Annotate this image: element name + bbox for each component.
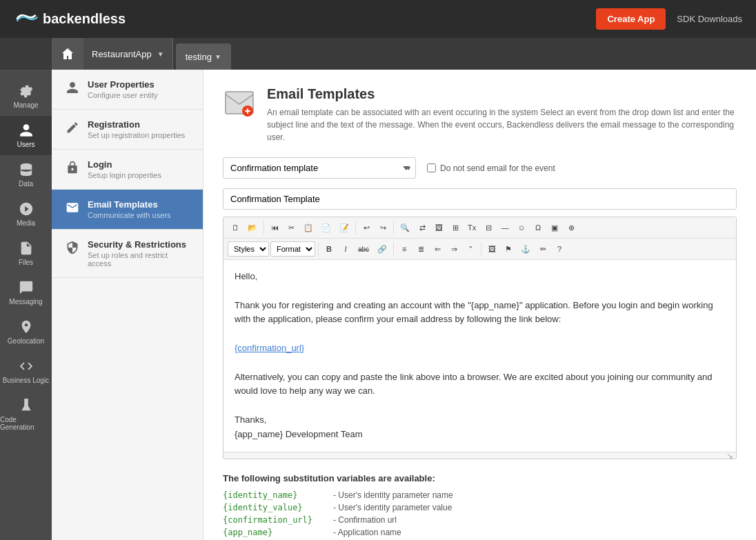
toolbar-redo-btn[interactable]: ↪ [375, 220, 390, 235]
toolbar-indent-btn[interactable]: ⇒ [446, 241, 461, 257]
sidebar-item-registration-title: Registration [88, 119, 185, 130]
toolbar-link-btn[interactable]: 🔗 [374, 241, 390, 257]
home-icon [61, 47, 74, 61]
toolbar-styles-select[interactable]: Styles [228, 241, 269, 257]
toolbar-flag-btn[interactable]: ⚑ [501, 241, 516, 257]
topbar-left: backendless [14, 10, 126, 29]
toolbar-image-btn[interactable]: 🖼 [431, 220, 446, 235]
app-selector[interactable]: RestaurantApp ▼ [83, 38, 173, 70]
toolbar-anchor-btn[interactable]: ⚓ [517, 241, 534, 257]
substitution-section: The following substitution variables are… [223, 473, 737, 537]
page-title: Email Templates [267, 86, 736, 102]
toolbar-replace-btn[interactable]: ⇄ [415, 220, 430, 235]
editor-line-thankyou: Thank you for registering and creating a… [235, 299, 725, 328]
toolbar-paste-word-btn[interactable]: 📝 [336, 220, 352, 235]
sidebar-item-login[interactable]: Login Setup login properties [52, 150, 203, 190]
create-app-button[interactable]: Create App [596, 8, 666, 30]
toolbar-table-btn[interactable]: ⊟ [481, 220, 496, 235]
subst-desc-identity-name: - User's identity parameter name [333, 490, 453, 500]
app-name: RestaurantApp [92, 49, 152, 59]
no-send-label[interactable]: Do not send email for the event [427, 163, 555, 173]
editor-line-thanks: Thanks, [235, 413, 725, 428]
sidebar-item-security-sub: Set up roles and restrict access [88, 251, 192, 268]
sidebar-item-registration-sub: Set up registration properties [88, 131, 185, 139]
toolbar-open-btn[interactable]: 📂 [244, 220, 261, 235]
editor-line-team: {app_name} Development Team [235, 428, 725, 442]
toolbar-strikethrough-btn[interactable]: abc [355, 241, 372, 257]
subst-desc-app-name: - Application name [333, 528, 401, 537]
toolbar-hr-btn[interactable]: — [497, 220, 513, 235]
subst-desc-identity-value: - User's identity parameter value [333, 503, 452, 512]
editor-conf-url[interactable]: {confirmation_url} [235, 341, 725, 356]
toolbar-smiley-btn[interactable]: ☺ [514, 220, 529, 235]
toolbar-paste-btn[interactable]: 📄 [318, 220, 335, 235]
nav-item-code-generation[interactable]: Code Generation [0, 391, 52, 438]
toolbar-format-select[interactable]: Format [270, 241, 315, 257]
toolbar-special-char-btn[interactable]: Ω [530, 220, 546, 235]
nav-label-media: Media [17, 219, 35, 227]
nav-item-geolocation[interactable]: Geolocation [0, 312, 52, 352]
nav-item-media[interactable]: Media [0, 194, 52, 234]
subst-var-app-name: {app_name} [223, 528, 333, 537]
nav-item-manage[interactable]: Manage [0, 77, 52, 116]
sidebar-item-email-templates-sub: Communicate with users [88, 211, 170, 219]
sidebar-item-user-properties-text: User Properties Configure user entity [88, 79, 158, 99]
sidebar-item-security-text: Security & Restrictions Set up roles and… [88, 239, 192, 268]
toolbar-img2-btn[interactable]: 🖼 [484, 241, 499, 257]
template-select-wrapper: Confirmation template Password Recovery … [223, 157, 416, 179]
env-selector[interactable]: testing ▼ [176, 43, 231, 70]
nav-item-users[interactable]: Users [0, 116, 52, 155]
toolbar-frame-btn[interactable]: ▣ [547, 220, 562, 235]
nav-item-business-logic[interactable]: Business Logic [0, 352, 52, 391]
toolbar-sep2 [355, 221, 356, 234]
email-templates-header-icon [223, 86, 256, 119]
sidebar-item-email-templates[interactable]: Email Templates Communicate with users [52, 190, 203, 230]
sidebar-item-security-restrictions[interactable]: Security & Restrictions Set up roles and… [52, 230, 203, 278]
home-button[interactable] [52, 38, 83, 70]
nav-label-users: Users [17, 141, 34, 148]
editor-resize-handle[interactable]: ↘ [223, 452, 736, 459]
user-properties-icon [66, 81, 79, 94]
toolbar-undo-btn[interactable]: ↩ [359, 220, 374, 235]
subst-var-identity-value: {identity_value} [223, 503, 333, 512]
toolbar-italic-btn[interactable]: I [338, 241, 353, 257]
toolbar-ul-btn[interactable]: ≣ [413, 241, 428, 257]
topbar: backendless Create App SDK Downloads [0, 0, 756, 38]
toolbar-edit-btn[interactable]: ✏ [535, 241, 550, 257]
env-name: testing [186, 52, 212, 62]
toolbar-find-btn[interactable]: 🔍 [397, 220, 413, 235]
toolbar-new-btn[interactable]: 🗋 [228, 220, 243, 235]
content-area: Email Templates An email template can be… [203, 70, 756, 540]
sdk-downloads-link[interactable]: SDK Downloads [677, 14, 742, 24]
no-send-checkbox[interactable] [427, 163, 436, 172]
editor-body[interactable]: Hello, Thank you for registering and cre… [223, 260, 736, 452]
toolbar-copy-btn[interactable]: 📋 [300, 220, 317, 235]
page-description: An email template can be associated with… [267, 106, 736, 143]
gear-icon [19, 83, 34, 99]
template-name-input[interactable] [223, 188, 737, 210]
nav-item-data[interactable]: Data [0, 155, 52, 194]
nav-item-files[interactable]: Files [0, 234, 52, 273]
editor-container: 🗋 📂 ⏮ ✂ 📋 📄 📝 ↩ ↪ 🔍 ⇄ 🖼 ⊞ Tx ⊟ — ☺ [223, 217, 737, 459]
toolbar-undo-all-btn[interactable]: ⏮ [267, 220, 282, 235]
nav-label-code-generation: Code Generation [0, 416, 52, 431]
sidebar-item-user-properties[interactable]: User Properties Configure user entity [52, 70, 203, 110]
subst-var-confirmation-url: {confirmation_url} [223, 515, 333, 525]
toolbar-remove-format-btn[interactable]: Tx [464, 220, 479, 235]
toolbar-help-btn[interactable]: ? [552, 241, 567, 257]
toolbar-blockquote-btn[interactable]: " [463, 241, 478, 257]
editor-line-hello: Hello, [235, 270, 725, 284]
toolbar-bold-btn[interactable]: B [321, 241, 337, 257]
template-select[interactable]: Confirmation template Password Recovery … [223, 157, 416, 179]
toolbar-outdent-btn[interactable]: ⇐ [430, 241, 445, 257]
sidebar-item-email-templates-title: Email Templates [88, 199, 170, 210]
toolbar-ol-btn[interactable]: ≡ [397, 241, 412, 257]
nav-label-files: Files [19, 259, 33, 266]
toolbar-cut-btn[interactable]: ✂ [284, 220, 299, 235]
appbar: RestaurantApp ▼ testing ▼ [0, 38, 756, 70]
sidebar-item-user-properties-title: User Properties [88, 79, 158, 90]
toolbar-flash-btn[interactable]: ⊕ [564, 220, 579, 235]
nav-item-messaging[interactable]: Messaging [0, 273, 52, 312]
toolbar-select-all-btn[interactable]: ⊞ [448, 220, 463, 235]
sidebar-item-registration[interactable]: Registration Set up registration propert… [52, 110, 203, 150]
